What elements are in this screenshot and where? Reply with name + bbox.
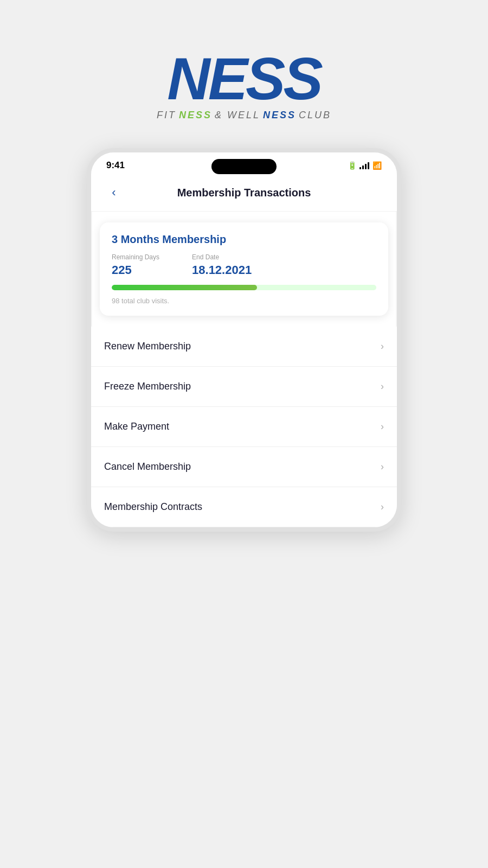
battery-icon: 🔋 xyxy=(348,161,357,170)
menu-item-cancel[interactable]: Cancel Membership › xyxy=(91,447,397,487)
end-date-label: End Date xyxy=(192,253,252,261)
logo-ness-green: NESS xyxy=(179,110,212,121)
logo-and: & WELL xyxy=(215,110,260,121)
logo-fit: FIT xyxy=(157,110,176,121)
chevron-right-icon: › xyxy=(381,461,384,473)
page-title: Membership Transactions xyxy=(124,187,364,199)
progress-bar-bg xyxy=(112,285,376,290)
menu-label-payment: Make Payment xyxy=(104,421,169,432)
remaining-days-label: Remaining Days xyxy=(112,253,159,261)
menu-label-renew: Renew Membership xyxy=(104,341,191,352)
end-date-block: End Date 18.12.2021 xyxy=(192,253,252,277)
status-icons: 🔋 📶 xyxy=(348,161,382,170)
membership-card: 3 Months Membership Remaining Days 225 E… xyxy=(100,222,388,316)
dynamic-island xyxy=(211,159,277,174)
chevron-right-icon: › xyxy=(381,341,384,352)
chevron-right-icon: › xyxy=(381,381,384,392)
progress-bar-fill xyxy=(112,285,257,290)
phone-frame: 9:41 🔋 📶 ‹ Membership Transactions 3 Mon… xyxy=(87,148,401,532)
back-chevron-icon: ‹ xyxy=(112,186,115,200)
chevron-right-icon: › xyxy=(381,501,384,513)
end-date-value: 18.12.2021 xyxy=(192,263,252,277)
menu-item-renew[interactable]: Renew Membership › xyxy=(91,327,397,367)
logo-ness-blue: NESS xyxy=(263,110,296,121)
membership-type: 3 Months Membership xyxy=(112,233,376,246)
app-header: ‹ Membership Transactions xyxy=(91,174,397,212)
visits-text: 98 total club visits. xyxy=(112,297,376,305)
back-button[interactable]: ‹ xyxy=(104,183,124,202)
chevron-right-icon: › xyxy=(381,421,384,432)
remaining-days-value: 225 xyxy=(112,263,159,277)
status-time: 9:41 xyxy=(106,160,125,171)
wifi-icon: 📶 xyxy=(372,162,382,169)
menu-item-freeze[interactable]: Freeze Membership › xyxy=(91,367,397,407)
logo-text: NESS xyxy=(167,49,321,108)
signal-icon xyxy=(359,162,369,169)
logo-area: NESS FITNESS & WELLNESS CLUB xyxy=(157,49,331,121)
remaining-days-block: Remaining Days 225 xyxy=(112,253,159,277)
menu-item-contracts[interactable]: Membership Contracts › xyxy=(91,487,397,527)
menu-label-cancel: Cancel Membership xyxy=(104,461,191,473)
membership-info: Remaining Days 225 End Date 18.12.2021 xyxy=(112,253,376,277)
menu-list: Renew Membership › Freeze Membership › M… xyxy=(91,327,397,527)
menu-item-payment[interactable]: Make Payment › xyxy=(91,407,397,447)
logo-main: NESS xyxy=(167,49,321,108)
logo-club: CLUB xyxy=(299,110,331,121)
logo-subtitle: FITNESS & WELLNESS CLUB xyxy=(157,110,331,121)
menu-label-freeze: Freeze Membership xyxy=(104,381,191,392)
menu-label-contracts: Membership Contracts xyxy=(104,501,202,513)
